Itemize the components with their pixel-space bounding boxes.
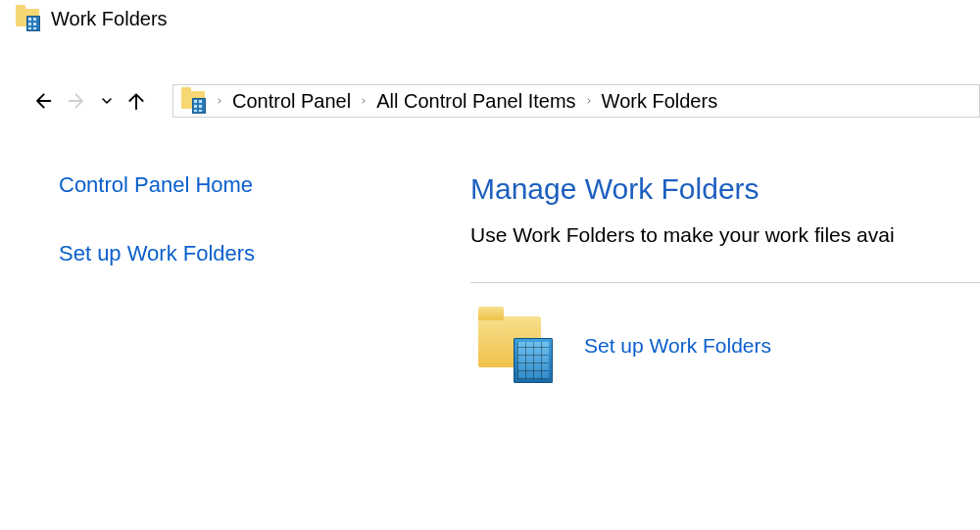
content-area: Manage Work Folders Use Work Folders to … xyxy=(470,172,980,381)
forward-button[interactable] xyxy=(63,86,92,116)
control-panel-home-link[interactable]: Control Panel Home xyxy=(59,172,470,198)
breadcrumb-all-items[interactable]: All Control Panel Items xyxy=(370,90,581,113)
breadcrumb-sep[interactable] xyxy=(357,96,370,106)
chevron-right-icon xyxy=(361,96,367,106)
main-content: Control Panel Home Set up Work Folders M… xyxy=(0,172,980,381)
chevron-right-icon xyxy=(586,96,592,106)
breadcrumb-sep[interactable] xyxy=(582,96,596,106)
window-title: Work Folders xyxy=(51,8,168,30)
setup-work-folders-link-side[interactable]: Set up Work Folders xyxy=(59,241,470,266)
history-dropdown[interactable] xyxy=(98,95,116,107)
divider xyxy=(470,282,980,283)
breadcrumb-control-panel[interactable]: Control Panel xyxy=(226,90,357,113)
setup-work-folders-link[interactable]: Set up Work Folders xyxy=(584,334,771,358)
back-button[interactable] xyxy=(27,86,57,116)
chevron-down-icon xyxy=(101,95,113,107)
up-button[interactable] xyxy=(122,86,151,116)
address-bar-icon xyxy=(173,89,213,113)
work-folders-icon xyxy=(181,89,205,113)
arrow-right-icon xyxy=(68,91,87,111)
chevron-right-icon xyxy=(217,96,222,106)
address-bar[interactable]: Control Panel All Control Panel Items Wo… xyxy=(172,84,980,118)
work-folders-icon xyxy=(16,7,39,30)
nav-row: Control Panel All Control Panel Items Wo… xyxy=(0,84,980,118)
side-panel: Control Panel Home Set up Work Folders xyxy=(0,172,470,381)
page-heading: Manage Work Folders xyxy=(470,172,980,206)
work-folders-large-icon xyxy=(478,311,549,381)
arrow-left-icon xyxy=(32,91,52,111)
breadcrumb-work-folders[interactable]: Work Folders xyxy=(596,90,724,113)
arrow-up-icon xyxy=(126,91,146,111)
window-titlebar: Work Folders xyxy=(0,0,980,33)
page-description: Use Work Folders to make your work files… xyxy=(470,223,980,247)
setup-row: Set up Work Folders xyxy=(470,311,980,381)
breadcrumb-sep[interactable] xyxy=(213,96,226,106)
